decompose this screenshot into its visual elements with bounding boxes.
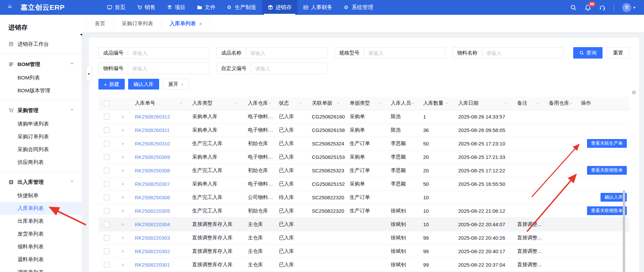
sidebar-item[interactable]: 调拨单列表 <box>0 266 82 272</box>
sort-chevron-down-icon[interactable] <box>504 101 508 105</box>
inbound-order-link[interactable]: RK2508250306 <box>135 195 170 200</box>
vertical-scrollbar[interactable] <box>623 190 625 272</box>
nav-item-3[interactable]: 文件 <box>191 0 221 15</box>
tab-1[interactable]: 采购订单列表 <box>113 20 161 28</box>
nav-item-5[interactable]: 进销存 <box>262 0 297 15</box>
row-action-button[interactable]: 查看关联销售单 <box>587 166 627 175</box>
inbound-order-link[interactable]: RK2508220302 <box>135 248 170 254</box>
close-icon[interactable]: × <box>199 21 202 27</box>
column-header-10[interactable]: 备用仓库 <box>545 97 577 110</box>
expand-chevron-icon[interactable]: › <box>122 113 123 119</box>
expand-chevron-icon[interactable]: › <box>122 194 123 200</box>
filter-field-input[interactable] <box>364 50 445 56</box>
nav-item-1[interactable]: 销售 <box>131 0 161 15</box>
sidebar-group-2[interactable]: 出入库管理 <box>0 175 82 189</box>
sidebar-collapse-icon[interactable]: ◂ <box>80 32 82 37</box>
sidebar-item[interactable]: 采购订单列表 <box>0 130 82 143</box>
expand-button[interactable]: 展开 › <box>163 79 189 90</box>
expand-chevron-icon[interactable]: › <box>122 221 123 227</box>
inbound-order-link[interactable]: RK2508250307 <box>135 181 170 187</box>
expand-chevron-icon[interactable]: › <box>122 248 123 254</box>
inbound-order-link[interactable]: RK2508250310 <box>135 141 170 146</box>
reset-button[interactable]: 重置 <box>607 47 630 59</box>
sort-chevron-down-icon[interactable] <box>268 101 272 105</box>
filter-field-input[interactable] <box>482 50 563 56</box>
sort-chevron-down-icon[interactable] <box>411 101 415 105</box>
row-checkbox[interactable] <box>104 248 110 254</box>
expand-chevron-icon[interactable]: › <box>122 140 123 146</box>
expand-chevron-icon[interactable]: › <box>122 167 123 173</box>
column-header-3[interactable]: 状态 <box>275 97 308 110</box>
sort-chevron-down-icon[interactable] <box>179 101 183 105</box>
column-header-0[interactable]: 入库单号 <box>131 97 188 110</box>
filter-field-input[interactable] <box>128 66 209 71</box>
sidebar-item[interactable]: BOM版本管理 <box>0 84 82 97</box>
sort-chevron-down-icon[interactable] <box>445 101 449 105</box>
inbound-order-link[interactable]: RK2508250309 <box>135 154 170 160</box>
inbound-order-link[interactable]: RK2508220301 <box>135 262 170 268</box>
row-checkbox[interactable] <box>104 154 110 160</box>
column-header-8[interactable]: 入库日期 <box>454 97 513 110</box>
search-icon[interactable] <box>570 4 577 11</box>
nav-item-7[interactable]: ⚙ 系统管理 <box>338 0 379 15</box>
inbound-order-link[interactable]: RK2508220304 <box>135 222 170 227</box>
row-action-button[interactable]: 查看关联生产单 <box>587 139 627 148</box>
row-checkbox[interactable] <box>104 222 110 227</box>
column-header-11[interactable]: 操作 <box>577 97 630 110</box>
bell-icon[interactable]: 99 <box>585 4 591 11</box>
expand-chevron-icon[interactable]: › <box>122 235 123 240</box>
confirm-inbound-button[interactable]: 确认入库 <box>128 79 159 90</box>
column-header-4[interactable]: 关联单据 <box>308 97 346 110</box>
filter-expand-handle[interactable]: ▸ <box>86 65 92 81</box>
user-menu[interactable]: 李 ▾ <box>622 3 635 12</box>
row-checkbox[interactable] <box>104 195 110 200</box>
column-header-5[interactable]: 单据类型 <box>346 97 387 110</box>
sidebar-item[interactable]: 请购申请列表 <box>0 117 82 130</box>
row-checkbox[interactable] <box>104 168 110 173</box>
sidebar-item[interactable]: 采购合同列表 <box>0 143 82 156</box>
inbound-order-link[interactable]: RK2508220305 <box>135 208 170 214</box>
column-header-9[interactable]: 备注 <box>513 97 545 110</box>
expand-chevron-icon[interactable]: › <box>122 262 123 267</box>
sidebar-item[interactable]: 退料单列表 <box>0 253 82 266</box>
nav-item-0[interactable]: 首页 <box>101 0 131 15</box>
sidebar-group-1[interactable]: 采购管理 <box>0 103 82 117</box>
sort-chevron-down-icon[interactable] <box>536 101 539 105</box>
expand-chevron-icon[interactable]: › <box>122 127 123 133</box>
sidebar-item[interactable]: 发货单列表 <box>0 228 82 240</box>
new-button[interactable]: + 新建 <box>98 79 125 90</box>
filter-field-input[interactable] <box>251 66 327 71</box>
column-header-6[interactable]: 入库人员 <box>387 97 419 110</box>
sort-chevron-down-icon[interactable] <box>336 101 340 105</box>
row-checkbox[interactable] <box>104 235 110 241</box>
inbound-order-link[interactable]: RK2508250308 <box>135 168 170 173</box>
headset-icon[interactable] <box>599 4 606 11</box>
inbound-order-link[interactable]: RK2508260312 <box>135 114 170 120</box>
nav-item-6[interactable]: 人事财务 <box>297 0 338 15</box>
sidebar-item-workbench[interactable]: 进销存工作台 <box>0 37 82 51</box>
row-checkbox[interactable] <box>104 208 110 214</box>
inbound-order-link[interactable]: RK2508220303 <box>135 235 170 241</box>
row-checkbox[interactable] <box>104 114 110 120</box>
expand-chevron-icon[interactable]: › <box>122 181 123 186</box>
expand-chevron-icon[interactable]: › <box>122 208 123 213</box>
sort-chevron-down-icon[interactable] <box>378 101 381 105</box>
sidebar-item[interactable]: 快捷制单 <box>0 189 82 202</box>
row-checkbox[interactable] <box>104 127 110 133</box>
sidebar-item[interactable]: 供应商列表 <box>0 156 82 169</box>
sort-chevron-down-icon[interactable] <box>569 101 573 105</box>
row-checkbox[interactable] <box>104 141 110 146</box>
sidebar-group-0[interactable]: BOM管理 <box>0 57 82 71</box>
sidebar-item[interactable]: 领料单列表 <box>0 240 82 253</box>
row-action-button[interactable]: 查看关联销售单 <box>587 206 627 215</box>
column-header-1[interactable]: 入库类型 <box>188 97 244 110</box>
select-all-checkbox[interactable] <box>104 101 110 106</box>
expand-chevron-icon[interactable]: › <box>122 154 123 160</box>
column-header-2[interactable]: 入库仓库 <box>244 97 275 110</box>
nav-item-2[interactable]: 项目 <box>161 0 191 15</box>
nav-item-4[interactable]: ⚙ 生产制造 <box>221 0 262 15</box>
tab-0[interactable]: 首页 <box>86 20 113 28</box>
sidebar-item[interactable]: BOM列表 <box>0 71 82 84</box>
row-checkbox[interactable] <box>104 181 110 187</box>
filter-field-input[interactable] <box>128 50 209 56</box>
